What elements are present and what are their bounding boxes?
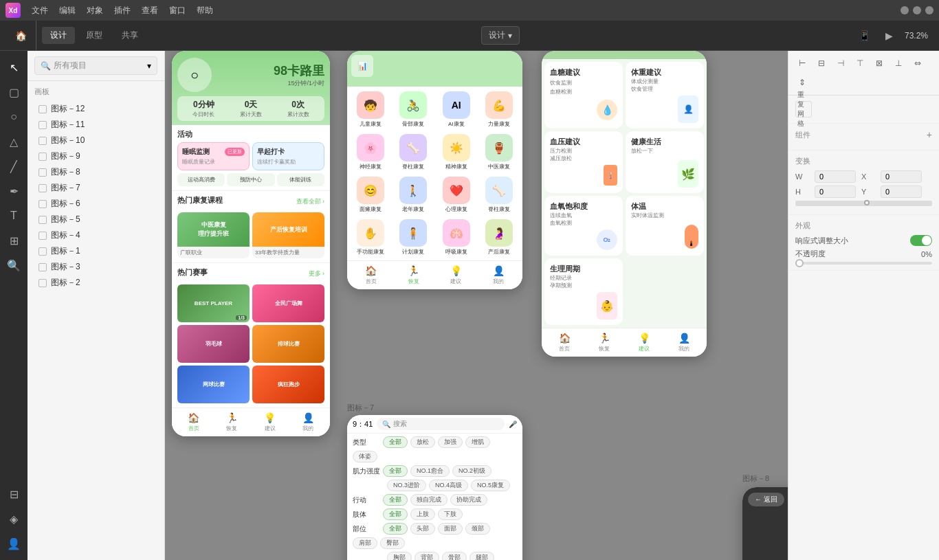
nav2-home[interactable]: 🏠首页 bbox=[365, 265, 377, 285]
assets-icon[interactable]: ◈ bbox=[3, 508, 25, 530]
menu-edit[interactable]: 编辑 bbox=[54, 0, 81, 21]
layer-item[interactable]: 图标－2 bbox=[34, 275, 157, 291]
tab-prototype[interactable]: 原型 bbox=[78, 27, 111, 44]
course-more[interactable]: 查看全部 › bbox=[296, 197, 325, 206]
align-bottom-icon[interactable]: ⊥ bbox=[890, 55, 907, 71]
ellipse-tool[interactable]: ○ bbox=[3, 106, 25, 128]
nav-recovery[interactable]: 🏃 恢复 bbox=[226, 412, 238, 432]
bodypart-chest[interactable]: 胸部 bbox=[387, 552, 412, 560]
window-minimize[interactable] bbox=[901, 6, 909, 14]
menu-file[interactable]: 文件 bbox=[26, 0, 54, 21]
layer-item[interactable]: 图标－3 bbox=[34, 259, 157, 275]
align-left-icon[interactable]: ⊢ bbox=[794, 55, 810, 71]
canvas-area[interactable]: ○ 98卡路里 15分钟/1小时 0分钟 今日时长 0天 累计天数 0次 累计次… bbox=[165, 51, 788, 560]
frame8-back-btn[interactable]: ← 返回 bbox=[748, 493, 784, 506]
strength-1[interactable]: NO.1愈合 bbox=[410, 465, 450, 477]
action-solo[interactable]: 独自完成 bbox=[410, 494, 448, 506]
action-assist[interactable]: 协助完成 bbox=[450, 494, 487, 506]
limb-all[interactable]: 全部 bbox=[383, 508, 408, 520]
strength-2[interactable]: NO.2初级 bbox=[452, 465, 491, 477]
select-tool[interactable]: ↖ bbox=[3, 56, 25, 78]
window-close[interactable] bbox=[925, 6, 934, 14]
responsive-toggle[interactable] bbox=[910, 235, 932, 246]
bodypart-bone[interactable]: 骨部 bbox=[442, 552, 467, 560]
align-right-icon[interactable]: ⊣ bbox=[832, 55, 849, 71]
bodypart-neck[interactable]: 颈部 bbox=[465, 523, 490, 535]
search-tool[interactable]: 🔍 bbox=[3, 254, 25, 276]
type-all[interactable]: 全部 bbox=[383, 436, 408, 448]
rectangle-tool[interactable]: ▢ bbox=[3, 81, 25, 103]
bodypart-leg[interactable]: 腿部 bbox=[470, 552, 494, 560]
menu-object[interactable]: 对象 bbox=[81, 0, 109, 21]
layer-item[interactable]: 图标－8 bbox=[34, 164, 157, 180]
layers-icon[interactable]: ⊟ bbox=[3, 483, 25, 505]
type-posture[interactable]: 体姿 bbox=[353, 451, 377, 462]
bodypart-face[interactable]: 面部 bbox=[438, 523, 463, 535]
strength-3[interactable]: NO.3进阶 bbox=[387, 480, 426, 491]
nav2-recovery[interactable]: 🏃恢复 bbox=[408, 265, 419, 285]
bodypart-head[interactable]: 头部 bbox=[410, 523, 435, 535]
menu-view[interactable]: 查看 bbox=[136, 0, 164, 21]
layer-item[interactable]: 图标－12 bbox=[34, 101, 157, 117]
sidebar-search[interactable]: 🔍 所有项目 ▾ bbox=[34, 56, 157, 75]
menu-help[interactable]: 帮助 bbox=[191, 0, 219, 21]
limb-lower[interactable]: 下肢 bbox=[438, 508, 463, 520]
strength-4[interactable]: NO.4高级 bbox=[429, 480, 468, 491]
distribute-v-icon[interactable]: ⇕ bbox=[794, 74, 810, 91]
opacity-slider[interactable] bbox=[795, 262, 932, 265]
bodypart-shoulder[interactable]: 肩部 bbox=[353, 537, 377, 549]
plugins-icon[interactable]: 👤 bbox=[3, 533, 25, 555]
distribute-h-icon[interactable]: ⇔ bbox=[909, 55, 926, 71]
add-component-btn[interactable]: + bbox=[927, 129, 932, 140]
text-tool[interactable]: T bbox=[3, 205, 25, 227]
strength-5[interactable]: NO.5康复 bbox=[471, 480, 510, 491]
nav2-advice[interactable]: 💡建议 bbox=[450, 265, 462, 285]
component-tool[interactable]: ⊞ bbox=[3, 229, 25, 251]
nav3-profile[interactable]: 👤我的 bbox=[678, 333, 690, 352]
bodypart-all[interactable]: 全部 bbox=[383, 523, 408, 535]
y-input[interactable] bbox=[881, 186, 922, 198]
layer-item[interactable]: 图标－6 bbox=[34, 196, 157, 212]
pen-tool[interactable]: ✒ bbox=[3, 180, 25, 202]
layer-item[interactable]: 图标－4 bbox=[34, 227, 157, 243]
line-tool[interactable]: ╱ bbox=[3, 155, 25, 177]
type-relax[interactable]: 放松 bbox=[410, 436, 435, 448]
layer-item[interactable]: 图标－1 bbox=[34, 243, 157, 259]
design-mode-dropdown[interactable]: 设计 ▾ bbox=[481, 26, 520, 45]
nav3-recovery[interactable]: 🏃恢复 bbox=[599, 333, 610, 352]
w-input[interactable] bbox=[815, 170, 856, 183]
nav-profile[interactable]: 👤 我的 bbox=[302, 412, 314, 432]
repeat-grid-btn[interactable]: 重复网格 bbox=[795, 101, 812, 117]
align-top-icon[interactable]: ⊤ bbox=[852, 55, 868, 71]
menu-window[interactable]: 窗口 bbox=[164, 0, 191, 21]
h-input[interactable] bbox=[815, 186, 856, 198]
menu-plugin[interactable]: 插件 bbox=[109, 0, 136, 21]
layer-item[interactable]: 图标－10 bbox=[34, 133, 157, 148]
tab-design[interactable]: 设计 bbox=[42, 27, 75, 44]
layer-item[interactable]: 图标－5 bbox=[34, 212, 157, 227]
home-icon[interactable]: 🏠 bbox=[11, 26, 30, 45]
strength-all[interactable]: 全部 bbox=[383, 465, 408, 477]
nav2-profile[interactable]: 👤我的 bbox=[493, 265, 505, 285]
nav-advice[interactable]: 💡 建议 bbox=[264, 412, 276, 432]
tab-share[interactable]: 共享 bbox=[113, 27, 146, 44]
triangle-tool[interactable]: △ bbox=[3, 131, 25, 153]
mobile-preview-icon[interactable]: 📱 bbox=[855, 26, 874, 45]
nav3-home[interactable]: 🏠首页 bbox=[559, 333, 571, 352]
events-more[interactable]: 更多 › bbox=[309, 269, 325, 278]
layer-item[interactable]: 图标－7 bbox=[34, 180, 157, 196]
limb-upper[interactable]: 上肢 bbox=[410, 508, 435, 520]
align-center-h-icon[interactable]: ⊟ bbox=[813, 55, 830, 71]
layer-item[interactable]: 图标－11 bbox=[34, 117, 157, 133]
type-strengthen[interactable]: 加强 bbox=[438, 436, 463, 448]
action-all[interactable]: 全部 bbox=[383, 494, 408, 506]
type-muscle[interactable]: 增肌 bbox=[465, 436, 490, 448]
window-maximize[interactable] bbox=[913, 6, 921, 14]
bodypart-back[interactable]: 背部 bbox=[415, 552, 439, 560]
play-icon[interactable]: ▶ bbox=[880, 26, 899, 45]
layer-item[interactable]: 图标－9 bbox=[34, 148, 157, 164]
bodypart-hip[interactable]: 臀部 bbox=[380, 537, 405, 549]
x-input[interactable] bbox=[881, 170, 922, 183]
nav3-advice[interactable]: 💡建议 bbox=[639, 333, 650, 352]
align-center-v-icon[interactable]: ⊠ bbox=[871, 55, 887, 71]
